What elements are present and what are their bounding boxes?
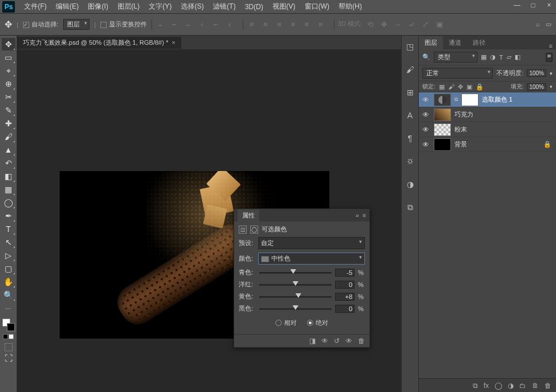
fill-input[interactable]: 100% [527, 83, 546, 91]
3d-slide-icon[interactable]: ↔ [393, 20, 403, 30]
absolute-radio[interactable]: 绝对 [307, 319, 328, 327]
lock-transparent-icon[interactable]: ▦ [439, 83, 445, 91]
lasso-tool[interactable]: ⌖ [2, 64, 15, 77]
visibility-toggle[interactable]: 👁 [421, 111, 430, 119]
menu-select[interactable]: 选择(S) [176, 2, 208, 11]
dist-3-icon[interactable]: ≡ [274, 20, 285, 30]
menu-window[interactable]: 窗口(W) [300, 2, 334, 11]
align-hcenter-icon[interactable]: ⫟ [211, 20, 221, 30]
delete-layer-icon[interactable]: 🗑 [545, 382, 551, 390]
reset-icon[interactable]: ↺ [334, 337, 340, 345]
cyan-value[interactable]: -5 [335, 269, 355, 277]
lock-position-icon[interactable]: ✥ [458, 83, 463, 91]
filter-adjust-icon[interactable]: ◑ [490, 53, 496, 61]
filter-toggle[interactable] [546, 53, 553, 62]
pen-tool[interactable]: ✒ [2, 209, 15, 222]
layer-thumb-adjustment[interactable] [434, 94, 451, 106]
type-tool[interactable]: T [2, 223, 15, 235]
swatches-panel-icon[interactable]: ⊞ [404, 86, 417, 99]
align-right-icon[interactable]: ⫞ [224, 20, 235, 30]
panel-menu-icon[interactable]: ≡ [549, 42, 553, 49]
character-panel-icon[interactable]: A [404, 109, 417, 122]
magenta-slider[interactable] [259, 281, 332, 289]
toggle-visibility-icon[interactable]: 👁 [345, 337, 352, 345]
align-top-icon[interactable]: ⫠ [155, 20, 166, 30]
maximize-button[interactable]: □ [528, 1, 538, 9]
layer-thumb[interactable] [434, 123, 451, 136]
eyedropper-tool[interactable]: ✎ [2, 104, 15, 117]
color-swatches[interactable] [2, 319, 15, 331]
menu-file[interactable]: 文件(F) [20, 2, 51, 11]
yellow-slider[interactable] [259, 293, 332, 301]
preset-dropdown[interactable]: 自定 [258, 237, 365, 249]
gradient-tool[interactable]: ▦ [2, 183, 15, 196]
dist-6-icon[interactable]: ≡ [316, 20, 326, 30]
3d-pan-icon[interactable]: ✥ [379, 20, 390, 30]
menu-type[interactable]: 文字(Y) [144, 2, 176, 11]
collapse-icon[interactable]: » [355, 212, 359, 219]
layer-mask-icon[interactable]: ◯ [495, 382, 502, 390]
3d-camera-icon[interactable]: ▣ [434, 20, 445, 30]
menu-image[interactable]: 图像(I) [83, 2, 112, 11]
clip-icon[interactable]: ◨ [309, 337, 316, 345]
document-tab-close[interactable]: × [172, 39, 175, 46]
visibility-toggle[interactable]: 👁 [421, 126, 430, 134]
zoom-tool[interactable]: 🔍 [2, 289, 15, 301]
layer-thumb-mask[interactable] [461, 94, 479, 106]
opacity-input[interactable]: 100% [527, 69, 546, 77]
styles-panel-icon[interactable]: ⛭ [404, 155, 417, 168]
layer-row[interactable]: 👁 粉末 [419, 122, 556, 137]
filter-type-icon[interactable]: T [499, 54, 503, 61]
properties-tab[interactable]: 属性 [238, 209, 259, 222]
workspace-icon[interactable]: ▭ [546, 21, 551, 28]
menu-layer[interactable]: 图层(L) [113, 2, 145, 11]
search-icon[interactable]: ⌕ [536, 21, 540, 28]
adjustments-panel-icon[interactable]: ◑ [404, 178, 417, 191]
layer-row[interactable]: 👁 ⧉ 选取颜色 1 [419, 92, 556, 107]
black-value[interactable]: 0 [335, 305, 355, 313]
relative-radio[interactable]: 相对 [275, 319, 297, 327]
layer-row[interactable]: 👁 背景 🔒 [419, 137, 556, 152]
paragraph-panel-icon[interactable]: ¶ [404, 132, 417, 145]
align-bottom-icon[interactable]: ⫠ [183, 20, 193, 30]
brush-panel-icon[interactable]: 🖌 [404, 63, 417, 76]
3d-orbit-icon[interactable]: ⟲ [366, 20, 376, 30]
dist-2-icon[interactable]: ≡ [260, 20, 271, 30]
3d-scale-icon[interactable]: ⤢ [421, 20, 431, 30]
layer-name[interactable]: 粉末 [454, 125, 467, 134]
menu-view[interactable]: 视图(V) [268, 2, 300, 11]
lock-artboard-icon[interactable]: ▣ [466, 83, 472, 91]
dist-4-icon[interactable]: ≡ [288, 20, 298, 30]
layer-row[interactable]: 👁 巧克力 [419, 107, 556, 122]
default-colors[interactable] [3, 334, 14, 339]
properties-header[interactable]: 属性 »≡ [234, 209, 370, 222]
hand-tool[interactable]: ✋ [2, 275, 15, 288]
panel-menu-icon[interactable]: ≡ [363, 212, 366, 219]
layer-name[interactable]: 巧克力 [454, 110, 473, 119]
healing-tool[interactable]: ✚ [2, 117, 15, 130]
align-left-icon[interactable]: ⫞ [197, 20, 207, 30]
yellow-value[interactable]: +8 [335, 293, 355, 301]
group-icon[interactable]: 🗀 [519, 382, 526, 390]
document-tab[interactable]: 巧克力飞溅效果.psd @ 50% (选取颜色 1, RGB/8#) * × [17, 37, 181, 49]
auto-select-checkbox[interactable]: 自动选择: [23, 20, 59, 29]
menu-edit[interactable]: 编辑(E) [51, 2, 83, 11]
view-previous-icon[interactable]: 👁 [321, 337, 328, 345]
show-transform-checkbox[interactable]: 显示变换控件 [100, 20, 147, 29]
visibility-toggle[interactable]: 👁 [421, 96, 430, 104]
quick-select-tool[interactable]: ⊕ [2, 77, 15, 90]
new-layer-icon[interactable]: 🗎 [532, 382, 539, 390]
close-button[interactable]: × [545, 1, 554, 9]
layer-style-icon[interactable]: fx [484, 382, 489, 390]
path-select-tool[interactable]: ↖ [2, 236, 15, 249]
stamp-tool[interactable]: ▲ [2, 143, 15, 156]
layer-filter-dropdown[interactable]: 类型 [434, 52, 477, 63]
tab-layers[interactable]: 图层 [419, 36, 443, 49]
edit-toolbar[interactable]: ⋯ [2, 302, 15, 315]
layer-thumb[interactable] [434, 108, 451, 121]
dist-5-icon[interactable]: ≡ [302, 20, 312, 30]
layer-name[interactable]: 选取颜色 1 [482, 95, 512, 104]
tab-channels[interactable]: 通道 [443, 36, 467, 49]
visibility-toggle[interactable]: 👁 [421, 141, 430, 149]
minimize-button[interactable]: — [512, 1, 522, 9]
